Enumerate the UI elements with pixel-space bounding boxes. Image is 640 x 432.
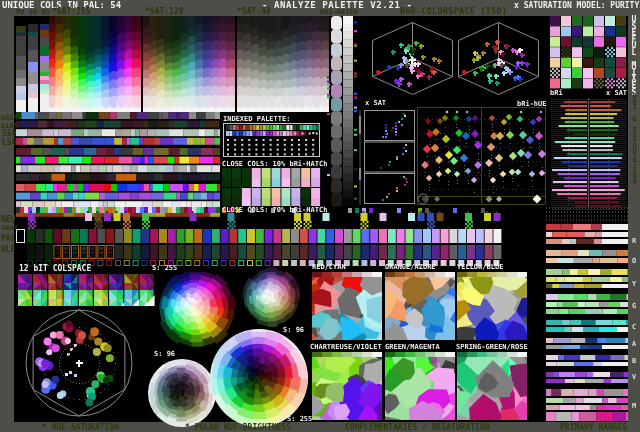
row-label-pal: PAL (1, 235, 15, 243)
bri-hatch-label: bRi-HATCh (320, 9, 358, 16)
polar-hue-brightness-wheels (150, 272, 308, 420)
bars-xsat-label: x SAT (606, 90, 627, 97)
hue-letter-C: C (632, 324, 636, 331)
colspace-label: 12 bIT COLSPACE (19, 265, 91, 273)
strip-label-b65: b65% (1, 115, 18, 122)
strip-label-s50: S50 (2, 130, 16, 138)
useful-mixes-grid (550, 16, 627, 88)
close-cols-70-label: CLOSE COLS: 70% bRi-HATCh (222, 207, 327, 214)
hue-letter-O: O (632, 258, 636, 265)
palette-analyzer-screen: UNIQUE COLS IN PAL: 54 - ANALYZE PALETTE… (0, 0, 640, 432)
saturation-model-selector[interactable]: x SATURATION MODEL: PURITY (514, 2, 639, 10)
footer-polar-hue-brightness: * POLAR HUE-BRIGHTNESS (185, 424, 291, 432)
bars-bri-label: bRi (550, 90, 563, 97)
row-label-neu: NEU (1, 216, 15, 224)
hue-letter-Y: Y (632, 281, 636, 288)
footer-complementaries: COMPLEMENTARIES / DESATURATION (345, 424, 490, 432)
hue-letter-B: B (632, 358, 636, 365)
footer-primary-ranges: PRIMARY RANGES (560, 424, 627, 432)
useful-mixes-vertical-label: USEFUL MIXES (629, 17, 639, 96)
bri-saturation-bars (550, 98, 628, 210)
hue-letter-G: G (632, 303, 636, 310)
row-label-hlf: HLF (1, 246, 15, 254)
hue-letter-V: V (632, 374, 636, 381)
strip-label-l50: L50 (2, 139, 16, 147)
close-cols-10-label: CLOSE COLS: 10% bRi-HATCh (222, 161, 327, 168)
footer-hue-saturation: * HUE-SATURATION (42, 424, 119, 432)
hue-saturation-plot (18, 306, 140, 420)
indexed-palette-grid (223, 123, 320, 157)
complementaries-panels (310, 264, 530, 420)
sat48-label: *SAT:48 (237, 8, 271, 16)
rgb-colorspace-title: RGB-COLORSPACE (ISO) (400, 8, 507, 16)
hue-letter-R: R (632, 238, 636, 245)
sat128-label: *SAT:128 (145, 8, 184, 16)
indexed-palette-title: INDEXED PALETTE: (223, 116, 290, 123)
hue-letter-A: A (632, 341, 636, 348)
sort-bars-label: R0 50 85 (16, 9, 50, 16)
wheel1-sat-label: S: 255 (152, 265, 177, 272)
primary-ranges-panel (545, 206, 630, 420)
bri-saturation-vertical-label: BRI & SATURATION (630, 94, 639, 185)
sat255-label: *SAT:255 (52, 8, 91, 16)
hue-letter-M: M (632, 403, 636, 410)
row-label-gray: GRAY (1, 225, 18, 232)
hue-brightness-maps (49, 16, 329, 112)
rgb-colorspace-panel (358, 16, 546, 102)
brihue-panel-label: bRi-hUE (517, 101, 547, 108)
